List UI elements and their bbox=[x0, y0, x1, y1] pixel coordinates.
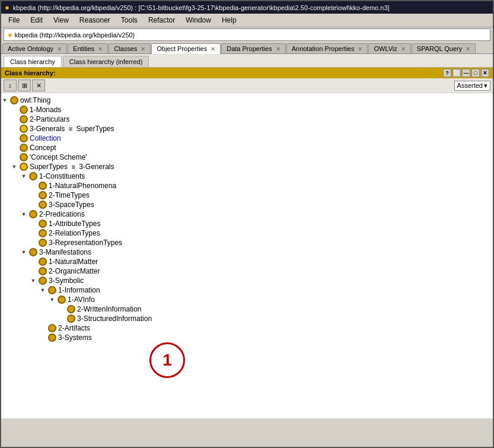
tree-row-2-writteninformation[interactable]: 2-WrittenInformation bbox=[1, 304, 493, 314]
expand-all-button[interactable]: ↕ bbox=[4, 80, 17, 91]
tree-row-1-avinfo[interactable]: ▼ 1-AVInfo bbox=[1, 295, 493, 304]
tab-annotation-properties-close[interactable]: ✕ bbox=[358, 46, 362, 52]
expander-owl-thing[interactable]: ▼ bbox=[1, 97, 8, 104]
node-icon-3-representationtypes bbox=[39, 239, 47, 247]
tree-row-1-naturalphenomena[interactable]: 1-NaturalPhenomena bbox=[1, 181, 493, 190]
sub-tab-class-hierarchy-inferred[interactable]: Class hierarchy (inferred) bbox=[63, 56, 149, 67]
tab-entities-close[interactable]: ✕ bbox=[98, 46, 103, 52]
tab-sparql-close[interactable]: ✕ bbox=[466, 46, 470, 52]
tree-row-owl-thing[interactable]: ▼ owl:Thing bbox=[1, 96, 493, 105]
tab-classes-close[interactable]: ✕ bbox=[141, 46, 145, 52]
node-icon-2-predications bbox=[29, 210, 37, 218]
annotation-number: 1 bbox=[162, 351, 172, 370]
tab-data-properties[interactable]: Data Properties ✕ bbox=[221, 43, 285, 53]
asserted-dropdown[interactable]: Asserted ▾ bbox=[454, 81, 490, 91]
expander-1-avinfo[interactable]: ▼ bbox=[49, 296, 56, 303]
expander-3-symbolic[interactable]: ▼ bbox=[30, 277, 37, 284]
node-label-supertypes: SuperTypes ≡ 3-Generals bbox=[30, 163, 114, 171]
panel-close-button[interactable]: ✕ bbox=[481, 69, 489, 77]
menu-tools[interactable]: Tools bbox=[116, 15, 142, 26]
tab-object-properties[interactable]: Object Properties ✕ bbox=[151, 43, 221, 54]
tree-row-3-generals[interactable]: 3-Generals ≡ SuperTypes bbox=[1, 124, 493, 134]
tree-row-concept[interactable]: Concept bbox=[1, 143, 493, 152]
menu-view[interactable]: View bbox=[49, 15, 74, 26]
expander-1-information[interactable]: ▼ bbox=[39, 287, 46, 294]
tab-data-properties-close[interactable]: ✕ bbox=[276, 46, 281, 52]
address-bar: ● kbpedia (http://kbpedia.org/kbpedia/v2… bbox=[4, 28, 490, 41]
node-icon-3-systems bbox=[48, 333, 56, 342]
menu-help[interactable]: Help bbox=[217, 15, 241, 26]
collapse-button[interactable]: ⊞ bbox=[18, 80, 31, 91]
expander-3-manifestations[interactable]: ▼ bbox=[20, 249, 27, 256]
tab-active-ontology-label: Active Ontology bbox=[8, 45, 53, 52]
node-icon-supertypes bbox=[20, 163, 28, 171]
tree-row-1-monads[interactable]: 1-Monads bbox=[1, 105, 493, 115]
tab-classes-label: Classes bbox=[114, 45, 137, 52]
tree-row-3-symbolic[interactable]: ▼ 3-Symbolic bbox=[1, 276, 493, 285]
tab-strip: Active Ontology ✕ Entities ✕ Classes ✕ O… bbox=[1, 42, 493, 54]
panel-header: Class hierarchy: ? ⬜ — □ ✕ bbox=[1, 68, 493, 78]
tree-row-1-attributetypes[interactable]: 1-AttributeTypes bbox=[1, 219, 493, 228]
expander-1-constituents[interactable]: ▼ bbox=[20, 173, 27, 180]
node-icon-2-writteninformation bbox=[67, 305, 75, 313]
node-icon-concept bbox=[20, 144, 28, 152]
tree-row-2-timetypes[interactable]: 2-TimeTypes bbox=[1, 190, 493, 200]
tree-row-2-relationtypes[interactable]: 2-RelationTypes bbox=[1, 228, 493, 238]
tree-row-concept-scheme[interactable]: 'Concept Scheme' bbox=[1, 152, 493, 162]
panel-maximize-button[interactable]: ⬜ bbox=[452, 69, 461, 77]
node-icon-1-naturalmatter bbox=[39, 258, 47, 266]
node-label-concept: Concept bbox=[30, 144, 56, 152]
close-button[interactable]: ✕ bbox=[32, 80, 45, 91]
tab-active-ontology-close[interactable]: ✕ bbox=[57, 46, 62, 52]
node-icon-1-monads bbox=[20, 106, 28, 114]
node-label-1-monads: 1-Monads bbox=[30, 106, 61, 114]
node-label-2-particulars: 2-Particulars bbox=[30, 115, 69, 123]
tree-row-3-manifestations[interactable]: ▼ 3-Manifestations bbox=[1, 247, 493, 257]
node-label-2-organicmatter: 2-OrganicMatter bbox=[49, 267, 100, 275]
menu-reasoner[interactable]: Reasoner bbox=[75, 15, 115, 26]
tab-object-properties-close[interactable]: ✕ bbox=[211, 46, 215, 52]
node-label-2-artifacts: 2-Artifacts bbox=[58, 324, 90, 332]
node-label-2-relationtypes: 2-RelationTypes bbox=[49, 229, 100, 237]
tree-row-3-spacetypes[interactable]: 3-SpaceTypes bbox=[1, 200, 493, 209]
tree-row-supertypes[interactable]: ▼ SuperTypes ≡ 3-Generals bbox=[1, 162, 493, 171]
menu-window[interactable]: Window bbox=[181, 15, 216, 26]
node-label-1-naturalphenomena: 1-NaturalPhenomena bbox=[49, 182, 116, 190]
menu-refactor[interactable]: Refactor bbox=[144, 15, 180, 26]
toolbar-buttons: ↕ ⊞ ✕ bbox=[4, 80, 45, 91]
address-icon: ● bbox=[8, 30, 12, 39]
tab-sparql[interactable]: SPARQL Query ✕ bbox=[412, 43, 476, 53]
menu-file[interactable]: File bbox=[4, 15, 24, 26]
tree-row-1-information[interactable]: ▼ 1-Information bbox=[1, 285, 493, 295]
sub-tab-class-hierarchy[interactable]: Class hierarchy bbox=[4, 56, 62, 67]
node-label-3-spacetypes: 3-SpaceTypes bbox=[49, 201, 94, 209]
expander-supertypes[interactable]: ▼ bbox=[11, 163, 18, 170]
tree-row-2-particulars[interactable]: 2-Particulars bbox=[1, 115, 493, 124]
tree-row-collection[interactable]: Collection bbox=[1, 134, 493, 143]
tab-active-ontology[interactable]: Active Ontology ✕ bbox=[2, 43, 67, 53]
node-label-3-manifestations: 3-Manifestations bbox=[39, 248, 91, 256]
tab-annotation-properties[interactable]: Annotation Properties ✕ bbox=[286, 43, 368, 53]
node-label-3-systems: 3-Systems bbox=[58, 333, 92, 342]
node-label-collection: Collection bbox=[30, 134, 61, 142]
tree-row-3-systems[interactable]: 3-Systems bbox=[1, 333, 493, 342]
tab-classes[interactable]: Classes ✕ bbox=[109, 43, 151, 53]
tree-row-1-naturalmatter[interactable]: 1-NaturalMatter bbox=[1, 257, 493, 266]
tree-row-2-predications[interactable]: ▼ 2-Predications bbox=[1, 209, 493, 219]
panel-help-button[interactable]: ? bbox=[443, 69, 451, 77]
tree-row-1-constituents[interactable]: ▼ 1-Constituents bbox=[1, 171, 493, 181]
tree-area[interactable]: ▼ owl:Thing 1-Monads 2-Particulars bbox=[1, 93, 493, 418]
panel-restore-button[interactable]: □ bbox=[471, 69, 480, 77]
tree-row-3-structuredinformation[interactable]: 3-StructuredInformation bbox=[1, 314, 493, 323]
panel-minimize-button[interactable]: — bbox=[462, 69, 470, 77]
node-icon-2-relationtypes bbox=[39, 229, 47, 237]
tab-owlviz[interactable]: OWLViz ✕ bbox=[368, 43, 410, 53]
tree-row-2-organicmatter[interactable]: 2-OrganicMatter bbox=[1, 266, 493, 276]
tree-row-2-artifacts[interactable]: 2-Artifacts bbox=[1, 323, 493, 333]
expander-2-predications[interactable]: ▼ bbox=[20, 211, 27, 218]
menu-edit[interactable]: Edit bbox=[26, 15, 47, 26]
tab-owlviz-close[interactable]: ✕ bbox=[401, 46, 406, 52]
tab-entities[interactable]: Entities ✕ bbox=[68, 43, 108, 53]
tree-row-3-representationtypes[interactable]: 3-RepresentationTypes bbox=[1, 238, 493, 247]
node-label-2-timetypes: 2-TimeTypes bbox=[49, 191, 90, 199]
